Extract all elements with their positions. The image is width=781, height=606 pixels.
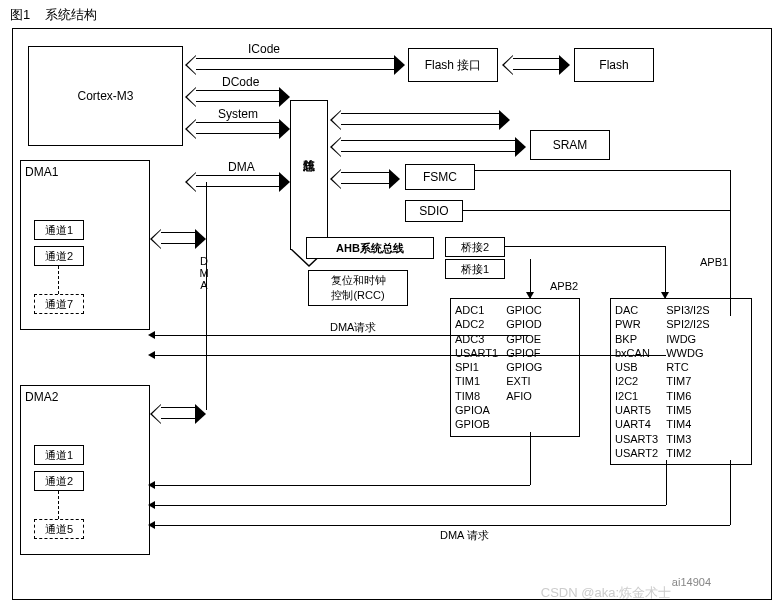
sram-arrow bbox=[340, 140, 516, 152]
sdio-block: SDIO bbox=[405, 200, 463, 222]
apb2-conn-arrow-icon bbox=[526, 292, 534, 299]
icode-label: ICode bbox=[248, 42, 280, 56]
fsmc-arrow bbox=[340, 172, 390, 184]
peripheral-adc2: ADC2 bbox=[455, 317, 498, 331]
dma1-ch2: 通道2 bbox=[34, 246, 84, 266]
peripheral-tim1: TIM1 bbox=[455, 374, 498, 388]
peripheral-gpiof: GPIOF bbox=[506, 346, 542, 360]
bus-matrix-block bbox=[290, 100, 328, 250]
peripheral-usart1: USART1 bbox=[455, 346, 498, 360]
dma2-out-arrow bbox=[160, 407, 196, 419]
peripheral-bkp: BKP bbox=[615, 332, 658, 346]
dma2-ch5: 通道5 bbox=[34, 519, 84, 539]
peripheral-gpioe: GPIOE bbox=[506, 332, 542, 346]
apb2-to-dma-v bbox=[530, 432, 531, 485]
peripheral-dac: DAC bbox=[615, 303, 658, 317]
dcode-arrow bbox=[195, 90, 280, 102]
dma1-ch1: 通道1 bbox=[34, 220, 84, 240]
flash-block: Flash bbox=[574, 48, 654, 82]
sdio-fsmc-line bbox=[730, 170, 731, 316]
peripheral-iwdg: IWDG bbox=[666, 332, 709, 346]
apb1-to-dma-v2 bbox=[730, 460, 731, 525]
peripheral-uart4: UART4 bbox=[615, 417, 658, 431]
peripheral-tim8: TIM8 bbox=[455, 389, 498, 403]
watermark-id: ai14904 bbox=[672, 576, 711, 588]
peripheral-tim4: TIM4 bbox=[666, 417, 709, 431]
dma2-req-ah1-icon bbox=[148, 481, 155, 489]
peripheral-uart5: UART5 bbox=[615, 403, 658, 417]
dma-vert-label: DMA bbox=[198, 255, 210, 291]
flash-arrow bbox=[512, 58, 560, 70]
peripheral-rtc: RTC bbox=[666, 360, 709, 374]
fsmc-top-h bbox=[475, 170, 730, 171]
watermark: CSDN @aka:炼金术士 bbox=[541, 584, 671, 602]
apb1-to-dma-v1 bbox=[666, 460, 667, 505]
peripheral-spi1: SPI1 bbox=[455, 360, 498, 374]
dma2-ch2: 通道2 bbox=[34, 471, 84, 491]
dma-bus-arrow bbox=[195, 175, 280, 187]
peripheral-spi2/i2s: SPI2/I2S bbox=[666, 317, 709, 331]
rcc-block: 复位和时钟 控制(RCC) bbox=[308, 270, 408, 306]
icode-arrow bbox=[195, 58, 395, 70]
cortex-m3-block: Cortex-M3 bbox=[28, 46, 183, 146]
peripheral-tim7: TIM7 bbox=[666, 374, 709, 388]
dma2-req-line3 bbox=[150, 525, 730, 526]
peripheral-usart3: USART3 bbox=[615, 432, 658, 446]
dma1-req-label: DMA请求 bbox=[330, 320, 376, 335]
dma1-out-arrow bbox=[160, 232, 196, 244]
apb1-conn-v bbox=[665, 246, 666, 298]
peripheral-bxcan: bxCAN bbox=[615, 346, 658, 360]
dma1-req-arrow-icon bbox=[148, 331, 155, 339]
apb1-label: APB1 bbox=[700, 256, 728, 268]
dma2-req-ah2-icon bbox=[148, 501, 155, 509]
system-label: System bbox=[218, 107, 258, 121]
dcode-label: DCode bbox=[222, 75, 259, 89]
peripheral-pwr: PWR bbox=[615, 317, 658, 331]
peripheral-gpioa: GPIOA bbox=[455, 403, 498, 417]
system-arrow bbox=[195, 122, 280, 134]
fsmc-block: FSMC bbox=[405, 164, 475, 190]
ahb-block: AHB系统总线 bbox=[306, 237, 434, 259]
sdio-top-h bbox=[463, 210, 730, 211]
dma1-dots bbox=[58, 266, 59, 294]
peripheral-tim3: TIM3 bbox=[666, 432, 709, 446]
peripheral-i2c2: I2C2 bbox=[615, 374, 658, 388]
peripheral-tim2: TIM2 bbox=[666, 446, 709, 460]
peripheral-i2c1: I2C1 bbox=[615, 389, 658, 403]
peripheral-afio: AFIO bbox=[506, 389, 542, 403]
busmatrix-out1 bbox=[340, 113, 500, 125]
dma2-req-label: DMA 请求 bbox=[440, 528, 489, 543]
peripheral-usart2: USART2 bbox=[615, 446, 658, 460]
dma-bus-label: DMA bbox=[228, 160, 255, 174]
bridge1-block: 桥接1 bbox=[445, 259, 505, 279]
dma2-req-line1 bbox=[150, 485, 530, 486]
apb2-label: APB2 bbox=[550, 280, 578, 292]
apb2-list: ADC1ADC2ADC3USART1SPI1TIM1TIM8GPIOAGPIOB… bbox=[450, 298, 580, 437]
peripheral-gpiob: GPIOB bbox=[455, 417, 498, 431]
dma2-ch1: 通道1 bbox=[34, 445, 84, 465]
dma2-req-line2 bbox=[150, 505, 666, 506]
peripheral-gpiod: GPIOD bbox=[506, 317, 542, 331]
peripheral-usb: USB bbox=[615, 360, 658, 374]
dma1-req-line2 bbox=[150, 355, 666, 356]
peripheral-wwdg: WWDG bbox=[666, 346, 709, 360]
dma-vline bbox=[206, 182, 207, 410]
peripheral-adc3: ADC3 bbox=[455, 332, 498, 346]
peripheral-spi3/i2s: SPI3/I2S bbox=[666, 303, 709, 317]
apb1-list: DACPWRBKPbxCANUSBI2C2I2C1UART5UART4USART… bbox=[610, 298, 752, 465]
peripheral-adc1: ADC1 bbox=[455, 303, 498, 317]
dma1-ch7: 通道7 bbox=[34, 294, 84, 314]
peripheral-gpioc: GPIOC bbox=[506, 303, 542, 317]
sram-block: SRAM bbox=[530, 130, 610, 160]
peripheral-tim5: TIM5 bbox=[666, 403, 709, 417]
peripheral-exti: EXTI bbox=[506, 374, 542, 388]
flash-if-block: Flash 接口 bbox=[408, 48, 498, 82]
apb1-conn-arrow-icon bbox=[661, 292, 669, 299]
bridge2-block: 桥接2 bbox=[445, 237, 505, 257]
apb1-conn-h bbox=[505, 246, 665, 247]
figure-title: 图1 系统结构 bbox=[10, 6, 97, 24]
dma2-req-ah3-icon bbox=[148, 521, 155, 529]
dma1-req2-arrow-icon bbox=[148, 351, 155, 359]
peripheral-gpiog: GPIOG bbox=[506, 360, 542, 374]
peripheral-tim6: TIM6 bbox=[666, 389, 709, 403]
